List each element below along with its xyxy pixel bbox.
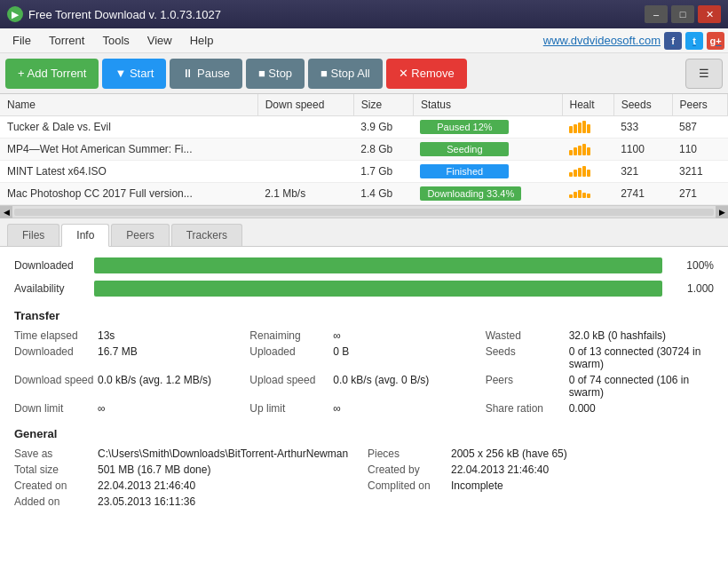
health-bar-segment-0 xyxy=(569,194,573,198)
table-row[interactable]: Tucker & Dale vs. Evil 3.9 Gb Paused 12%… xyxy=(0,116,728,139)
status-badge: Finished xyxy=(420,164,509,178)
transfer-val: 0 of 13 connected (30724 in swarm) xyxy=(569,345,714,370)
health-bar-segment-4 xyxy=(587,147,590,155)
tab-files[interactable]: Files xyxy=(7,224,59,246)
maximize-button[interactable]: □ xyxy=(671,5,694,23)
availability-label: Availability xyxy=(14,282,94,295)
scroll-track-h[interactable] xyxy=(14,209,714,216)
table-row[interactable]: MINT Latest x64.ISO 1.7 Gb Finished 321 … xyxy=(0,161,728,183)
close-button[interactable]: ✕ xyxy=(698,5,721,23)
scroll-right-button[interactable]: ▶ xyxy=(716,206,728,218)
torrent-table-container: Name Down speed Size Status Healt Seeds … xyxy=(0,94,728,206)
transfer-item: Down limit∞ xyxy=(14,402,242,415)
table-row[interactable]: Mac Photoshop CC 2017 Full version... 2.… xyxy=(0,183,728,205)
transfer-item: Peers0 of 74 connected (106 in swarm) xyxy=(486,374,714,399)
menu-help[interactable]: Help xyxy=(181,30,223,51)
scroll-left-button[interactable]: ◀ xyxy=(0,206,12,218)
col-down-speed: Down speed xyxy=(257,94,353,116)
transfer-title: Transfer xyxy=(14,309,714,322)
cell-seeds: 2741 xyxy=(613,183,672,205)
cell-size: 1.4 Gb xyxy=(353,183,413,205)
transfer-val: ∞ xyxy=(98,402,106,415)
health-bar-segment-0 xyxy=(569,126,573,133)
transfer-val: 0.0 kB/s (avg. 0 B/s) xyxy=(333,374,429,399)
main-layout: Name Down speed Size Status Healt Seeds … xyxy=(0,94,728,586)
general-val: 501 MB (16.7 MB done) xyxy=(98,463,210,476)
transfer-val: 16.7 MB xyxy=(98,345,138,370)
tab-trackers[interactable]: Trackers xyxy=(171,224,242,246)
availability-row: Availability 1.000 xyxy=(14,281,714,297)
menu-view[interactable]: View xyxy=(138,30,181,51)
col-size: Size xyxy=(353,94,413,116)
menu-button[interactable]: ☰ xyxy=(685,59,723,89)
site-link[interactable]: www.dvdvideosoft.com f t g+ xyxy=(543,32,724,50)
cell-down-speed xyxy=(257,161,353,183)
transfer-key: Peers xyxy=(486,374,566,399)
transfer-item: Time elapsed13s xyxy=(14,329,242,342)
cell-size: 1.7 Gb xyxy=(353,161,413,183)
toolbar: + Add Torrent ▼ Start ⏸ Pause ■ Stop ■ S… xyxy=(0,53,728,94)
general-val: 2005 x 256 kB (have 65) xyxy=(451,447,567,460)
transfer-key: Download speed xyxy=(14,374,94,399)
health-bar-segment-2 xyxy=(578,146,582,155)
general-key: Complited on xyxy=(368,479,447,492)
health-bar-segment-3 xyxy=(582,166,586,177)
remove-button[interactable]: ✕ Remove xyxy=(386,59,467,89)
col-health: Healt xyxy=(562,94,613,116)
transfer-key: Time elapsed xyxy=(14,329,94,342)
availability-bar xyxy=(94,281,662,297)
cell-name: Tucker & Dale vs. Evil xyxy=(0,116,257,139)
menu-bar: File Torrent Tools View Help www.dvdvide… xyxy=(0,28,728,53)
cell-health xyxy=(562,116,613,139)
tab-info[interactable]: Info xyxy=(61,224,109,247)
health-bar xyxy=(569,166,606,177)
health-bar-segment-3 xyxy=(582,144,586,155)
cell-seeds: 533 xyxy=(613,116,672,139)
stop-all-button[interactable]: ■ Stop All xyxy=(308,59,383,89)
transfer-item: Upload speed0.0 kB/s (avg. 0 B/s) xyxy=(249,374,478,399)
cell-size: 3.9 Gb xyxy=(353,116,413,139)
transfer-key: Up limit xyxy=(249,402,329,415)
horizontal-scrollbar[interactable]: ◀ ▶ xyxy=(0,206,728,218)
pause-button[interactable]: ⏸ Pause xyxy=(170,59,241,89)
general-val: Incomplete xyxy=(451,479,503,492)
transfer-item: Download speed0.0 kB/s (avg. 1.2 MB/s) xyxy=(14,374,242,399)
stop-button[interactable]: ■ Stop xyxy=(246,59,305,89)
transfer-item: Renaiming∞ xyxy=(249,329,478,342)
health-bar-segment-3 xyxy=(582,193,586,198)
transfer-key: Seeds xyxy=(486,345,566,370)
health-bar-segment-4 xyxy=(587,194,590,198)
general-val: 23.05.2013 16:11:36 xyxy=(98,495,195,508)
details-content[interactable]: Downloaded 100% Availability 1.000 Trans… xyxy=(0,247,728,586)
general-val: 22.04.2013 21:46:40 xyxy=(451,463,549,476)
transfer-val: ∞ xyxy=(333,402,341,415)
menu-tools[interactable]: Tools xyxy=(93,30,138,51)
transfer-val: 0.0 kB/s (avg. 1.2 MB/s) xyxy=(98,374,211,399)
cell-name: Mac Photoshop CC 2017 Full version... xyxy=(0,183,257,205)
transfer-item: Wasted32.0 kB (0 hashfails) xyxy=(486,329,714,342)
transfer-item: Downloaded16.7 MB xyxy=(14,345,242,370)
tabs-bar: Files Info Peers Trackers xyxy=(0,218,728,247)
twitter-icon[interactable]: t xyxy=(685,32,703,50)
googleplus-icon[interactable]: g+ xyxy=(707,32,724,50)
facebook-icon[interactable]: f xyxy=(664,32,682,50)
table-row[interactable]: MP4—Wet Hot American Summer: Fi... 2.8 G… xyxy=(0,139,728,161)
menu-file[interactable]: File xyxy=(4,30,40,51)
transfer-item: Share ration0.000 xyxy=(486,402,714,415)
cell-down-speed: 2.1 Mb/s xyxy=(257,183,353,205)
minimize-button[interactable]: – xyxy=(645,5,668,23)
transfer-key: Share ration xyxy=(486,402,566,415)
availability-value: 1.000 xyxy=(669,282,714,295)
cell-down-speed xyxy=(257,139,353,161)
transfer-grid: Time elapsed13sRenaiming∞Wasted32.0 kB (… xyxy=(14,329,714,415)
menu-torrent[interactable]: Torrent xyxy=(40,30,93,51)
start-button[interactable]: ▼ Start xyxy=(102,59,166,89)
cell-size: 2.8 Gb xyxy=(353,139,413,161)
general-key: Total size xyxy=(14,463,94,476)
cell-seeds: 321 xyxy=(613,161,672,183)
tab-peers[interactable]: Peers xyxy=(111,224,169,246)
window-controls: – □ ✕ xyxy=(645,5,721,23)
add-torrent-button[interactable]: + Add Torrent xyxy=(5,59,99,89)
health-bar-segment-2 xyxy=(578,168,582,177)
transfer-val: 13s xyxy=(98,329,115,342)
